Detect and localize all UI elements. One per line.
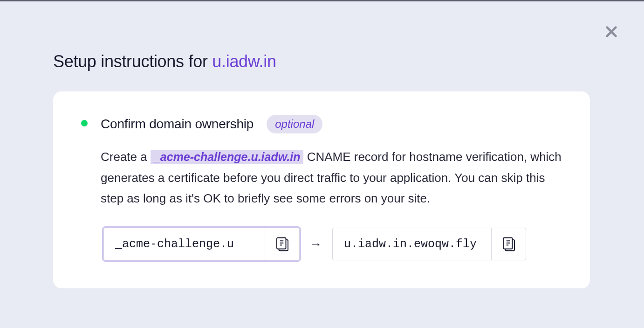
arrow-icon: → [308, 237, 324, 251]
step-title: Confirm domain ownership [101, 117, 253, 132]
status-indicator-dot [81, 120, 88, 126]
copy-source-button[interactable] [265, 228, 299, 260]
page-title: Setup instructions for u.iadw.in [53, 52, 276, 71]
copy-icon [500, 236, 517, 252]
close-button[interactable] [602, 22, 621, 41]
page-title-domain: u.iadw.in [212, 52, 276, 71]
dns-source-box: _acme-challenge.u [103, 228, 300, 260]
step-description: Create a _acme-challenge.u.iadw.in CNAME… [101, 147, 562, 209]
step-header: Confirm domain ownership optional [81, 115, 562, 133]
dns-record-row: _acme-challenge.u → u.iadw.in.ewoqw.fly [103, 228, 562, 260]
dns-target-box: u.iadw.in.ewoqw.fly [332, 228, 526, 260]
dns-source-value[interactable]: _acme-challenge.u [104, 237, 265, 251]
page-title-prefix: Setup instructions for [53, 52, 212, 71]
copy-icon [274, 236, 291, 252]
dns-target-value[interactable]: u.iadw.in.ewoqw.fly [333, 237, 491, 251]
instruction-card: Confirm domain ownership optional Create… [53, 91, 590, 288]
optional-badge: optional [267, 115, 322, 133]
inline-hostname-code: _acme-challenge.u.iadw.in [151, 150, 303, 164]
description-text-pre: Create a [101, 150, 151, 164]
copy-target-button[interactable] [491, 228, 526, 260]
